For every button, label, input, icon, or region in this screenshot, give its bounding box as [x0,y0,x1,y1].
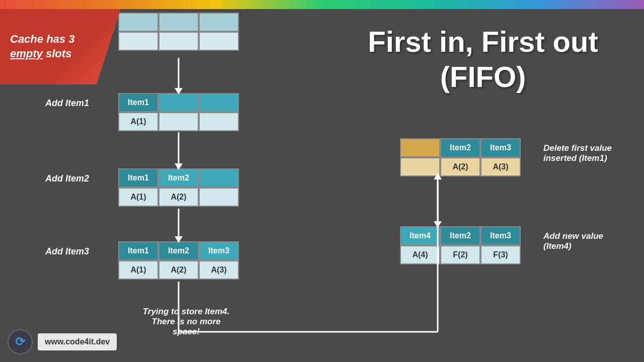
grid1-val-1: A(1) [118,112,158,131]
grid2-val-3 [199,188,239,207]
label-add-item2: Add Item2 [45,173,89,184]
grid3-header-3: Item3 [199,241,239,260]
grid3-val-2: A(2) [158,260,199,280]
title-area: First in, First out (FIFO) [322,9,644,110]
cache-top-table [118,13,239,51]
grid2-header-2: Item2 [158,168,199,188]
grid-item1: Item1 A(1) [118,93,239,131]
logo-icon: ⟳ [8,329,33,354]
grid1-header-1: Item1 [118,93,158,112]
rg2-val-2: F(2) [440,245,480,264]
rg1-header-2: Item2 [440,138,480,157]
grid3-val-1: A(1) [118,260,158,280]
grid-right-delete: Item2 Item3 A(2) A(3) [400,138,521,176]
cache-cell-bot-1 [118,32,158,51]
grid3-header-1: Item1 [118,241,158,260]
red-banner: Cache has 3empty slots [0,9,121,84]
cache-cell-bot-2 [158,32,199,51]
banner-text: Cache has 3empty slots [10,32,74,61]
rainbow-bar [0,0,644,9]
rg2-header-2: Item2 [440,226,480,245]
grid2-val-2: A(2) [158,188,199,207]
grid1-header-3 [199,93,239,112]
grid2-val-1: A(1) [118,188,158,207]
grid2-header-3 [199,168,239,188]
label-add-item1: Add Item1 [45,98,89,109]
cache-cell-top-3 [199,13,239,32]
rg2-val-3: F(3) [480,245,521,264]
rg1-val-1 [400,157,440,176]
grid1-val-2 [158,112,199,131]
cache-cell-bot-3 [199,32,239,51]
rg2-header-3: Item3 [480,226,521,245]
cache-cell-top-2 [158,13,199,32]
label-delete: Delete first value inserted (Item1) [543,143,644,163]
rg1-val-2: A(2) [440,157,480,176]
logo-area: ⟳ www.code4it.dev [8,329,117,354]
grid-item3: Item1 Item2 Item3 A(1) A(2) A(3) [118,241,239,280]
rg1-header-3: Item3 [480,138,521,157]
grid-item2: Item1 Item2 A(1) A(2) [118,168,239,207]
grid3-val-3: A(3) [199,260,239,280]
label-trying: Trying to store Item4. There is no more … [108,307,264,337]
rg1-val-3: A(3) [480,157,521,176]
grid2-header-1: Item1 [118,168,158,188]
logo-url: www.code4it.dev [45,337,110,346]
grid-right-add: Item4 Item2 Item3 A(4) F(2) F(3) [400,226,521,264]
grid1-header-2 [158,93,199,112]
cache-cell-top-1 [118,13,158,32]
grid3-header-2: Item2 [158,241,199,260]
label-add-new: Add new value (Item4) [543,231,644,251]
label-add-item3: Add Item3 [45,246,89,257]
rg2-val-1: A(4) [400,245,440,264]
grid1-val-3 [199,112,239,131]
rg1-header-1 [400,138,440,157]
logo-text-box: www.code4it.dev [38,333,117,350]
main-title: First in, First out (FIFO) [322,24,644,94]
rg2-header-1: Item4 [400,226,440,245]
